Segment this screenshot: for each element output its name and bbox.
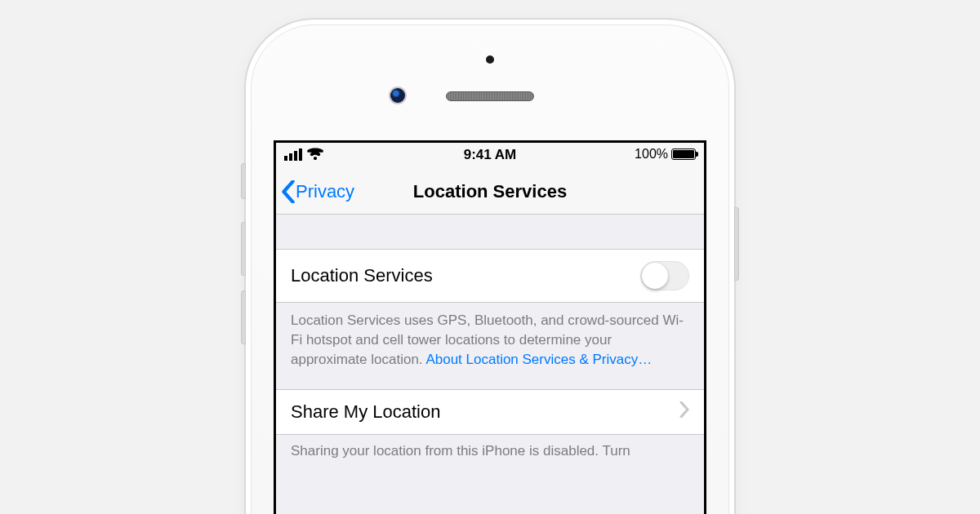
share-location-footer: Sharing your location from this iPhone i…	[276, 435, 704, 461]
battery-percent: 100%	[635, 147, 668, 162]
share-my-location-row[interactable]: Share My Location	[276, 389, 704, 435]
battery-icon	[671, 148, 696, 160]
earpiece-speaker	[446, 91, 534, 101]
side-button-volume-down	[241, 290, 246, 344]
side-button-mute	[241, 163, 246, 199]
side-button-power	[734, 207, 739, 281]
section-spacer	[276, 215, 704, 249]
phone-frame: 9:41 AM 100% Privacy Location Services L…	[246, 20, 734, 514]
status-bar-right: 100%	[635, 147, 696, 162]
top-mic-dot	[486, 55, 494, 64]
location-services-row[interactable]: Location Services	[276, 249, 704, 303]
chevron-right-icon	[679, 401, 689, 423]
location-services-footer: Location Services uses GPS, Bluetooth, a…	[276, 303, 704, 389]
share-my-location-label: Share My Location	[291, 401, 440, 423]
page-title: Location Services	[276, 181, 704, 202]
screen: 9:41 AM 100% Privacy Location Services L…	[274, 140, 706, 514]
location-services-toggle[interactable]	[640, 261, 689, 290]
side-button-volume-up	[241, 222, 246, 276]
toggle-knob	[642, 263, 668, 289]
about-location-privacy-link[interactable]: About Location Services & Privacy…	[425, 352, 652, 367]
share-location-footer-text: Sharing your location from this iPhone i…	[291, 443, 630, 459]
location-services-label: Location Services	[291, 265, 433, 286]
navigation-bar: Privacy Location Services	[276, 169, 704, 215]
status-bar: 9:41 AM 100%	[276, 143, 704, 169]
front-camera	[389, 86, 407, 104]
